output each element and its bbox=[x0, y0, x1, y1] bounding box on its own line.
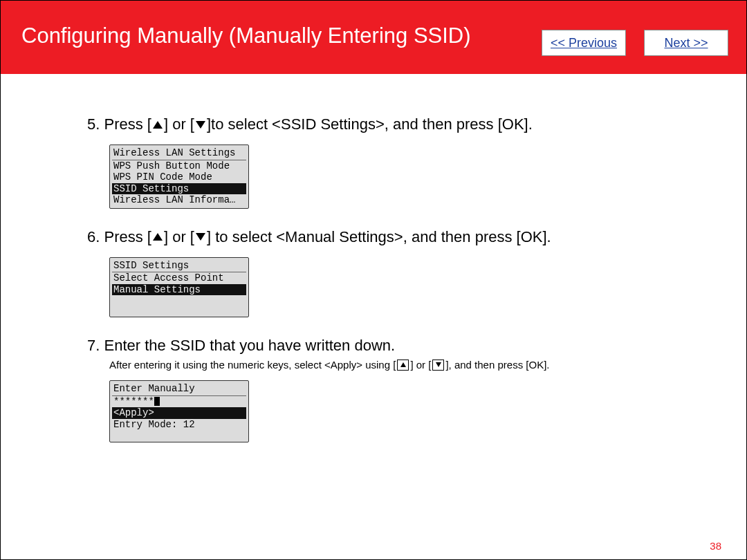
step-6-number: 6. bbox=[87, 228, 100, 246]
manual-page: Configuring Manually (Manually Entering … bbox=[0, 0, 747, 560]
lcd1-row: WPS PIN Code Mode bbox=[112, 171, 246, 183]
lcd3-blank bbox=[112, 430, 246, 440]
content: 5. Press [ ] or [ ]to select <SSID Setti… bbox=[1, 74, 746, 442]
step-5-number: 5. bbox=[87, 115, 100, 133]
page-number: 38 bbox=[710, 540, 721, 552]
lcd2-blank bbox=[112, 305, 246, 315]
lcd3-stars: ******* bbox=[113, 396, 154, 408]
lcd3-mode: Entry Mode: 12 bbox=[112, 419, 246, 431]
step-5-text-a: Press [ bbox=[104, 115, 151, 133]
lcd3-input-row: ******* bbox=[112, 396, 246, 408]
step-6-text-b: ] or [ bbox=[164, 228, 194, 246]
lcd1-selected: SSID Settings bbox=[112, 183, 246, 195]
step-6-text-a: Press [ bbox=[104, 228, 151, 246]
lcd3-title: Enter Manually bbox=[112, 383, 246, 396]
triangle-down-icon bbox=[196, 233, 205, 241]
step-5-text-b: ] or [ bbox=[164, 115, 194, 133]
boxed-triangle-up-icon bbox=[397, 360, 409, 371]
page-title: Configuring Manually (Manually Entering … bbox=[21, 24, 542, 48]
step-5-text-c: ]to select <SSID Settings>, and then pre… bbox=[207, 115, 533, 133]
triangle-down-icon bbox=[196, 121, 205, 129]
step-7-text: Enter the SSID that you have written dow… bbox=[104, 337, 395, 355]
cursor-icon bbox=[154, 397, 160, 406]
lcd2-selected: Manual Settings bbox=[112, 284, 246, 296]
lcd-screenshot-3: Enter Manually ******* <Apply> Entry Mod… bbox=[109, 380, 249, 442]
triangle-up-icon bbox=[153, 233, 163, 241]
step-7-number: 7. bbox=[87, 337, 100, 355]
boxed-triangle-down-icon bbox=[432, 360, 444, 371]
lcd2-row: Select Access Point bbox=[112, 272, 246, 284]
previous-button[interactable]: << Previous bbox=[542, 30, 626, 56]
sub-a: After entering it using the numeric keys… bbox=[109, 359, 396, 371]
lcd3-apply: <Apply> bbox=[112, 407, 246, 419]
lcd2-blank bbox=[112, 295, 246, 305]
lcd1-title: Wireless LAN Settings bbox=[112, 147, 246, 160]
step-5: 5. Press [ ] or [ ]to select <SSID Setti… bbox=[87, 115, 670, 133]
step-7: 7. Enter the SSID that you have written … bbox=[87, 337, 670, 355]
step-6-text-c: ] to select <Manual Settings>, and then … bbox=[207, 228, 551, 246]
step-7-subtext: After entering it using the numeric keys… bbox=[109, 359, 670, 371]
lcd-screenshot-1: Wireless LAN Settings WPS Push Button Mo… bbox=[109, 144, 249, 209]
lcd1-row: Wireless LAN Informa… bbox=[112, 194, 246, 206]
next-button[interactable]: Next >> bbox=[644, 30, 728, 56]
lcd-screenshot-2: SSID Settings Select Access Point Manual… bbox=[109, 257, 249, 318]
lcd1-row: WPS Push Button Mode bbox=[112, 160, 246, 172]
step-6: 6. Press [ ] or [ ] to select <Manual Se… bbox=[87, 228, 670, 246]
sub-b: ] or [ bbox=[410, 359, 431, 371]
page-header: Configuring Manually (Manually Entering … bbox=[1, 1, 746, 74]
lcd2-title: SSID Settings bbox=[112, 260, 246, 273]
sub-c: ], and then press [OK]. bbox=[445, 359, 549, 371]
triangle-up-icon bbox=[153, 121, 163, 129]
